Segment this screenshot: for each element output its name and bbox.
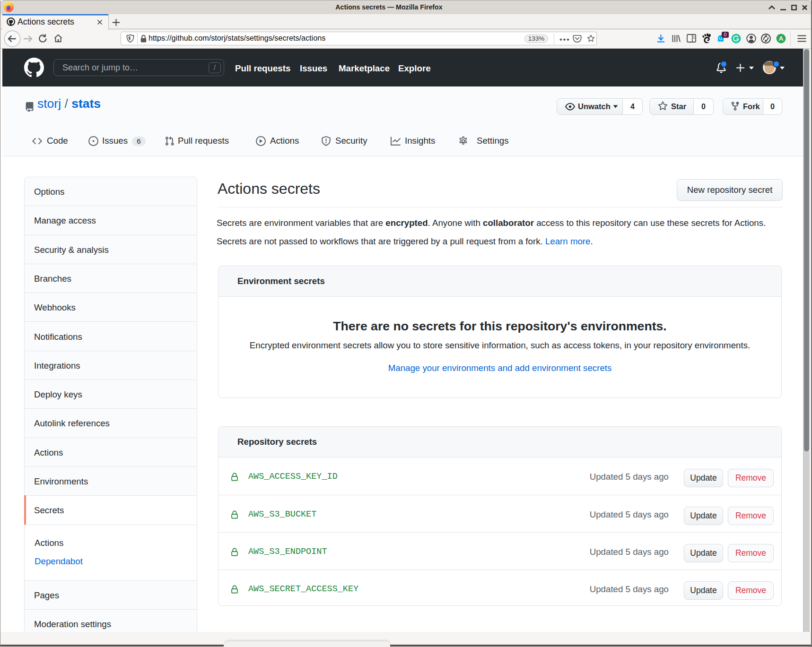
svg-text:A: A	[779, 35, 784, 42]
